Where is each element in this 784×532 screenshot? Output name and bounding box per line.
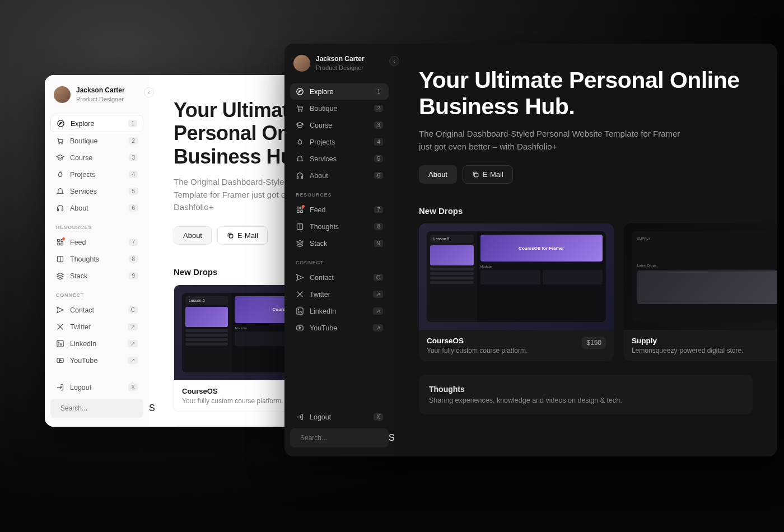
drop-card-courseos[interactable]: Lesson 5 CourseOS for Framer Modular: [419, 223, 614, 361]
copy-icon: [227, 232, 234, 239]
search-box[interactable]: S: [50, 399, 143, 418]
svg-point-18: [301, 111, 302, 111]
sidebar-item-feed[interactable]: Feed 7: [290, 202, 389, 218]
mock-lesson-label: Lesson 5: [185, 296, 228, 305]
profile-role: Product Designer: [76, 95, 125, 103]
card-price: $150: [582, 337, 606, 349]
sidebar-badge: 5: [129, 188, 138, 195]
book-icon: [296, 222, 304, 231]
sidebar-item-label: Twitter: [310, 291, 367, 298]
sidebar-item-label: Projects: [70, 171, 123, 179]
sidebar-item-logout[interactable]: Logout X: [290, 409, 389, 425]
sidebar-item-thoughts[interactable]: Thoughts 8: [290, 218, 389, 235]
linkedin-icon: [296, 307, 304, 315]
thoughts-title: Thoughts: [429, 385, 743, 394]
sidebar-item-youtube[interactable]: YouTube ↗: [290, 320, 389, 336]
profile-block[interactable]: Jackson Carter Product Designer: [290, 53, 389, 80]
svg-rect-29: [474, 174, 478, 178]
sidebar-item-projects[interactable]: Projects 4: [50, 166, 143, 183]
collapse-sidebar-button[interactable]: ‹: [389, 56, 399, 66]
flame-icon: [296, 138, 304, 146]
sidebar-badge: 1: [128, 120, 137, 127]
sidebar-item-linkedin[interactable]: LinkedIn ↗: [50, 335, 143, 352]
sidebar-item-services[interactable]: Services 5: [50, 183, 143, 199]
collapse-sidebar-button[interactable]: ‹: [144, 87, 154, 97]
sidebar-item-twitter[interactable]: Twitter ↗: [290, 286, 389, 302]
sidebar-item-feed[interactable]: Feed 7: [50, 234, 143, 250]
external-link-icon: ↗: [373, 291, 383, 298]
sidebar-item-logout[interactable]: Logout X: [50, 379, 143, 395]
sidebar-item-label: Contact: [310, 274, 368, 282]
sidebar-item-linkedin[interactable]: LinkedIn ↗: [290, 303, 389, 319]
sidebar-item-services[interactable]: Services 5: [290, 151, 389, 167]
button-label: E-Mail: [237, 231, 258, 240]
search-input[interactable]: [300, 434, 384, 442]
sidebar-item-course[interactable]: Course 3: [290, 117, 389, 133]
hero-subtitle: The Original Dashboard-Styled Personal W…: [419, 128, 688, 153]
about-button[interactable]: About: [419, 165, 457, 184]
logout-icon: [56, 383, 64, 391]
sidebar-item-label: Feed: [310, 206, 368, 214]
sidebar-item-label: Boutique: [70, 137, 123, 145]
email-button[interactable]: E-Mail: [217, 226, 268, 245]
sidebar-item-label: Boutique: [310, 105, 368, 113]
sidebar-badge: X: [128, 384, 138, 391]
sidebar-item-about[interactable]: About 6: [290, 167, 389, 184]
sidebar-item-about[interactable]: About 6: [50, 200, 143, 216]
sidebar-item-twitter[interactable]: Twitter ↗: [50, 319, 143, 335]
sidebar-item-label: Logout: [310, 413, 368, 421]
sidebar-item-label: LinkedIn: [310, 307, 367, 315]
svg-rect-9: [61, 243, 63, 245]
sidebar-item-contact[interactable]: Contact C: [290, 269, 389, 286]
card-desc: Your fully custom course platform.: [427, 347, 528, 354]
graduation-icon: [56, 153, 64, 162]
grid-icon: [296, 206, 304, 214]
chevron-left-icon: ‹: [148, 90, 150, 96]
profile-block[interactable]: Jackson Carter Product Designer: [50, 84, 143, 111]
sidebar-badge: 7: [129, 239, 138, 246]
sidebar-item-projects[interactable]: Projects 4: [290, 134, 389, 150]
new-drops-heading: New Drops: [419, 206, 753, 216]
sidebar-item-boutique[interactable]: Boutique 2: [290, 100, 389, 116]
sidebar-item-explore[interactable]: Explore 1: [50, 115, 143, 132]
search-box[interactable]: S: [290, 428, 389, 447]
mock-title: E-Commerce Made for: [637, 245, 777, 256]
about-button[interactable]: About: [174, 226, 212, 245]
sidebar-item-stack[interactable]: Stack 9: [50, 268, 143, 284]
sidebar-badge: 1: [374, 88, 383, 95]
sidebar-item-stack[interactable]: Stack 9: [290, 235, 389, 251]
sidebar-item-contact[interactable]: Contact C: [50, 302, 143, 318]
sidebar-item-thoughts[interactable]: Thoughts 8: [50, 251, 143, 267]
grid-icon: [56, 238, 64, 246]
drop-card-supply[interactable]: SUPPLY E-Commerce Made for Latest Drops …: [624, 223, 777, 361]
sidebar-badge: 3: [129, 154, 138, 161]
svg-rect-4: [58, 209, 59, 211]
profile-name: Jackson Carter: [316, 55, 365, 64]
twitter-icon: [56, 323, 64, 331]
sidebar-badge: 9: [129, 272, 138, 279]
sidebar: Jackson Carter Product Designer ‹ Explor…: [45, 75, 149, 427]
youtube-icon: [56, 356, 64, 365]
sidebar-item-label: Contact: [70, 306, 123, 314]
mock-lesson-label: Lesson 5: [430, 235, 474, 243]
external-link-icon: ↗: [373, 324, 383, 332]
external-link-icon: ↗: [128, 340, 138, 347]
mock-brand: SUPPLY: [637, 237, 777, 240]
headphones-icon: [56, 204, 64, 212]
search-shortcut-badge: S: [389, 433, 395, 443]
svg-rect-24: [301, 211, 303, 213]
sidebar-item-explore[interactable]: Explore 1: [290, 83, 389, 100]
dark-window: Jackson Carter Product Designer ‹ Explor…: [284, 44, 777, 456]
thoughts-card[interactable]: Thoughts Sharing experiences, knowledge …: [419, 375, 753, 414]
sidebar-item-youtube[interactable]: YouTube ↗: [50, 352, 143, 368]
cart-icon: [56, 137, 64, 145]
search-input[interactable]: [60, 404, 144, 412]
sidebar-item-label: Thoughts: [70, 255, 123, 263]
sidebar-item-course[interactable]: Course 3: [50, 150, 143, 166]
card-preview: Lesson 5 CourseOS for Framer Modular: [419, 223, 614, 330]
svg-point-17: [298, 111, 299, 111]
svg-marker-16: [299, 91, 301, 93]
email-button[interactable]: E-Mail: [463, 165, 513, 184]
sidebar-item-boutique[interactable]: Boutique 2: [50, 133, 143, 149]
main-content: Your Ultimate Personal Online Business H…: [394, 44, 777, 456]
